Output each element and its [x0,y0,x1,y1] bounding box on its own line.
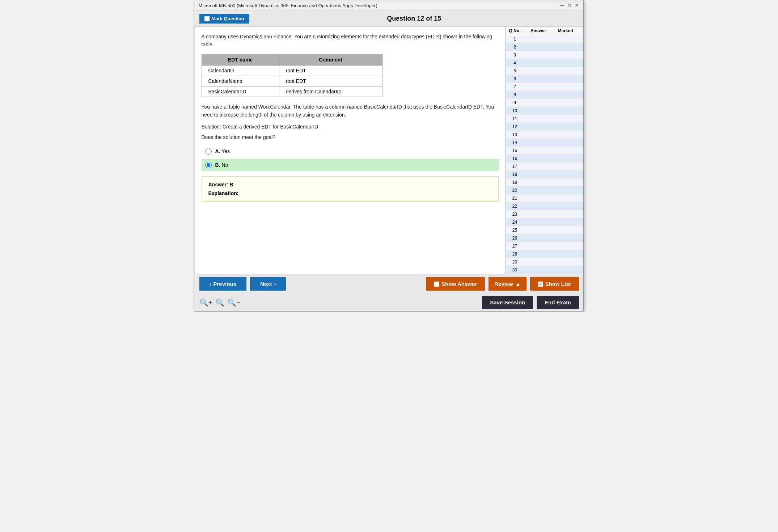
q-list-row[interactable]: 9 [506,99,583,107]
q-list-row-number: 6 [506,76,524,81]
q-list-rows: 1234567891011121314151617181920212223242… [506,35,583,274]
zoom-in-icon[interactable]: 🔍+ [199,298,213,307]
mark-question-label: Mark Question [212,16,244,21]
q-list-row-number: 13 [506,132,524,137]
explanation-label: Explanation: [208,190,492,196]
q-list-row[interactable]: 1 [506,35,583,43]
q-list-row[interactable]: 14 [506,139,583,147]
q-list-row-number: 28 [506,252,524,257]
bottom-section: ‹ Previous Next › Show Answer Review ▲ ✓… [195,274,583,311]
q-list-row-number: 3 [506,52,524,58]
app-window: Microsoft MB-500 (Microsoft Dynamics 365… [195,0,584,312]
save-session-button[interactable]: Save Session [482,296,533,309]
mark-question-button[interactable]: Mark Question [199,14,249,24]
q-list-row[interactable]: 25 [506,226,583,234]
q-list-row-number: 9 [506,100,524,105]
q-list-row[interactable]: 17 [506,162,583,170]
q-list-row[interactable]: 19 [506,178,583,186]
q-list-row[interactable]: 6 [506,75,583,83]
option-b-radio[interactable] [205,162,212,168]
q-list-row[interactable]: 30 [506,266,583,274]
question-solution: Solution: Create a derived EDT for Basic… [202,123,499,131]
question-prompt: Does the solution meet the goal? [202,134,499,140]
end-exam-label: End Exam [545,299,571,305]
q-list-row[interactable]: 7 [506,83,583,91]
q-list-row[interactable]: 3 [506,51,583,59]
table-row: BasicCalendarID derives from CalendarID [202,86,382,97]
show-list-label: Show List [545,281,571,287]
q-list-row-number: 7 [506,84,524,89]
q-list-row[interactable]: 11 [506,115,583,123]
q-list-row-number: 22 [506,204,524,209]
q-list-row[interactable]: 27 [506,242,583,250]
q-list-row-number: 30 [506,267,524,273]
minimize-icon[interactable]: — [559,3,565,8]
bottom-row2: 🔍+ 🔍 🔍− Save Session End Exam [195,294,583,311]
q-list-row-number: 27 [506,244,524,249]
zoom-out-icon[interactable]: 🔍− [227,298,241,307]
maximize-icon[interactable]: □ [567,3,572,8]
option-b-text: B. No [215,162,228,168]
edt-col-header-name: EDT name [202,54,279,65]
edt-table: EDT name Comment CalendarID root EDT Cal… [202,54,382,97]
bottom-row1: ‹ Previous Next › Show Answer Review ▲ ✓… [195,274,583,294]
window-controls: — □ ✕ [559,3,580,8]
question-area: A company uses Dynamics 365 Finance. You… [195,27,506,274]
q-list-row-number: 8 [506,92,524,97]
q-list-row-number: 19 [506,180,524,185]
q-list-row[interactable]: 15 [506,147,583,155]
edt-comment-1: root EDT [279,65,382,76]
q-list-header: Q No. Answer Marked [506,27,583,35]
toolbar: Mark Question Question 12 of 15 [195,11,583,27]
question-title: Question 12 of 15 [387,15,441,22]
q-list-row-number: 2 [506,45,524,50]
q-list-row-number: 15 [506,148,524,153]
option-a[interactable]: A. Yes [202,145,499,157]
end-exam-button[interactable]: End Exam [537,296,579,309]
q-list-row-number: 25 [506,228,524,233]
q-list-row[interactable]: 4 [506,59,583,67]
option-b[interactable]: B. No [202,159,499,171]
answer-label: Answer: B [208,182,492,187]
q-list-row-number: 18 [506,172,524,177]
q-list-row[interactable]: 2 [506,43,583,51]
q-list-row-number: 21 [506,196,524,201]
review-label: Review [494,281,513,287]
next-label: Next [260,281,272,287]
q-list-row[interactable]: 5 [506,67,583,75]
q-list-row[interactable]: 8 [506,91,583,99]
q-list-row[interactable]: 20 [506,186,583,194]
q-list-row[interactable]: 29 [506,258,583,266]
edt-col-header-comment: Comment [279,54,382,65]
option-a-radio[interactable] [205,148,212,155]
q-list-row-number: 29 [506,259,524,265]
close-icon[interactable]: ✕ [574,3,580,8]
edt-comment-3: derives from CalendarID [279,86,382,97]
q-list-row[interactable]: 28 [506,250,583,258]
table-row: CalendarID root EDT [202,65,382,76]
q-list-row[interactable]: 10 [506,107,583,115]
show-answer-button[interactable]: Show Answer [426,277,485,291]
show-list-button[interactable]: ✓ Show List [530,277,579,291]
q-list-row-number: 1 [506,37,524,42]
mark-checkbox-icon [204,16,210,21]
zoom-controls: 🔍+ 🔍 🔍− [199,298,241,307]
q-list-row[interactable]: 13 [506,131,583,139]
zoom-reset-icon[interactable]: 🔍 [215,298,224,307]
q-list-row[interactable]: 16 [506,155,583,162]
question-list-panel: Q No. Answer Marked 12345678910111213141… [506,27,583,274]
review-button[interactable]: Review ▲ [489,277,527,291]
q-list-row[interactable]: 18 [506,170,583,178]
q-list-row-number: 10 [506,108,524,113]
next-button[interactable]: Next › [250,277,286,291]
q-list-row[interactable]: 23 [506,210,583,218]
q-list-row[interactable]: 22 [506,202,583,210]
previous-button[interactable]: ‹ Previous [199,277,246,291]
q-list-row[interactable]: 24 [506,218,583,226]
q-list-row[interactable]: 12 [506,123,583,131]
q-list-row-number: 16 [506,156,524,161]
q-list-row[interactable]: 21 [506,194,583,202]
header-answer: Answer [524,28,553,33]
q-list-row[interactable]: 26 [506,234,583,242]
q-list-row-number: 20 [506,188,524,193]
